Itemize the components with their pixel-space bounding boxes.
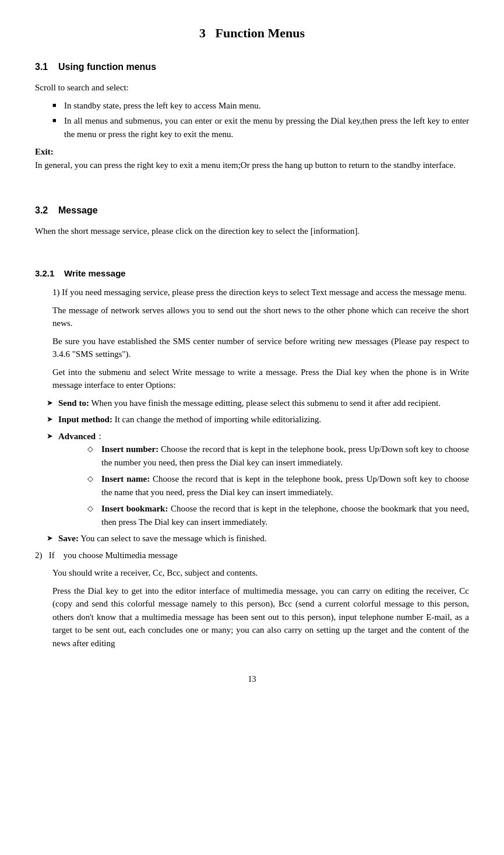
section-3-1-heading: 3.1 Using function menus [35, 60, 469, 74]
multimedia-msg-p1: You should write a receiver, Cc, Bcc, su… [35, 566, 469, 580]
section-3-2-1: 3.2.1 Write message 1) If you need messa… [35, 267, 469, 650]
insert-bookmark-label: Insert bookmark: [101, 504, 168, 513]
input-method-label: Input method: [58, 415, 112, 424]
multimedia-msg-intro: 2) If you choose Multimedia message [35, 549, 469, 562]
bullet-item-2: In all menus and submenus, you can enter… [52, 114, 469, 141]
write-msg-p1: 1) If you need messaging service, please… [35, 286, 469, 299]
section-3-2-1-heading: 3.2.1 Write message [35, 267, 469, 281]
page-title: 3 Function Menus [35, 23, 469, 43]
save-item: Save: You can select to save the message… [47, 532, 469, 545]
insert-number-item: Insert number: Choose the record that is… [87, 443, 469, 469]
message-intro: When the short message service, please c… [35, 225, 469, 238]
save-label: Save: [58, 534, 79, 543]
write-msg-p4: Get into the submenu and select Write me… [35, 366, 469, 392]
send-to-item: Send to: When you have finish the messag… [47, 397, 469, 410]
insert-number-label: Insert number: [101, 444, 158, 454]
insert-bookmark-item: Insert bookmark: Choose the record that … [87, 502, 469, 528]
write-msg-p3: Be sure you have established the SMS cen… [35, 335, 469, 361]
exit-paragraph: Exit: In general, you can press the righ… [35, 145, 469, 171]
scroll-text: Scroll to search and select: [35, 81, 469, 94]
section-3-1: 3.1 Using function menus Scroll to searc… [35, 60, 469, 171]
diamond-options-list: Insert number: Choose the record that is… [58, 443, 469, 528]
input-method-item: Input method: It can change the method o… [47, 413, 469, 426]
exit-label: Exit: [35, 147, 54, 156]
insert-name-label: Insert name: [101, 474, 150, 483]
advanced-label: Advanced [58, 432, 96, 441]
bullet-list-standby: In standby state, press the left key to … [35, 99, 469, 141]
send-to-label: Send to: [58, 398, 89, 408]
bullet-item-1: In standby state, press the left key to … [52, 99, 469, 113]
page-number: 13 [35, 673, 469, 685]
advanced-item: Advanced： Insert number: Choose the reco… [47, 430, 469, 529]
section-3-2-heading: 3.2 Message [35, 204, 469, 218]
write-msg-p2: The message of network serves allows you… [35, 304, 469, 330]
insert-name-item: Insert name: Choose the record that is k… [87, 472, 469, 499]
arrow-options-list: Send to: When you have finish the messag… [35, 397, 469, 545]
multimedia-msg-p2: Press the Dial key to get into the edito… [35, 584, 469, 650]
section-3-2: 3.2 Message When the short message servi… [35, 204, 469, 238]
